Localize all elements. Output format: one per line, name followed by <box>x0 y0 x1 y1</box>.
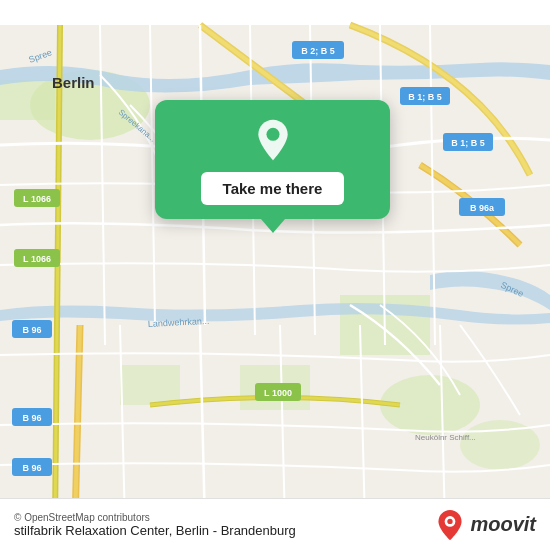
svg-text:B 2; B 5: B 2; B 5 <box>301 46 335 56</box>
svg-text:L 1066: L 1066 <box>23 254 51 264</box>
svg-rect-6 <box>120 365 180 405</box>
map-background: B 2; B 5 B 1; B 5 B 1; B 5 B 96a L 1066 … <box>0 0 550 550</box>
location-pin-icon <box>251 118 295 162</box>
svg-point-34 <box>266 128 279 141</box>
svg-text:B 96: B 96 <box>22 463 41 473</box>
take-me-there-button[interactable]: Take me there <box>201 172 345 205</box>
svg-text:B 96a: B 96a <box>470 203 495 213</box>
map-container: B 2; B 5 B 1; B 5 B 1; B 5 B 96a L 1066 … <box>0 0 550 550</box>
svg-text:L 1000: L 1000 <box>264 388 292 398</box>
bottom-left: © OpenStreetMap contributors stilfabrik … <box>14 512 296 538</box>
moovit-brand-text: moovit <box>470 513 536 536</box>
svg-text:L 1066: L 1066 <box>23 194 51 204</box>
svg-text:B 1; B 5: B 1; B 5 <box>451 138 485 148</box>
svg-text:B 1; B 5: B 1; B 5 <box>408 92 442 102</box>
svg-rect-2 <box>0 80 55 120</box>
svg-point-36 <box>448 518 453 523</box>
location-name: stilfabrik Relaxation Center, Berlin - B… <box>14 523 296 538</box>
moovit-pin-icon <box>436 509 464 541</box>
popup-card: Take me there <box>155 100 390 219</box>
svg-text:Berlin: Berlin <box>52 74 95 91</box>
svg-text:B 96: B 96 <box>22 413 41 423</box>
bottom-bar: © OpenStreetMap contributors stilfabrik … <box>0 498 550 550</box>
svg-text:Neukölnr Schiff...: Neukölnr Schiff... <box>415 433 476 442</box>
moovit-logo: moovit <box>436 509 536 541</box>
svg-text:B 96: B 96 <box>22 325 41 335</box>
osm-attribution: © OpenStreetMap contributors <box>14 512 296 523</box>
